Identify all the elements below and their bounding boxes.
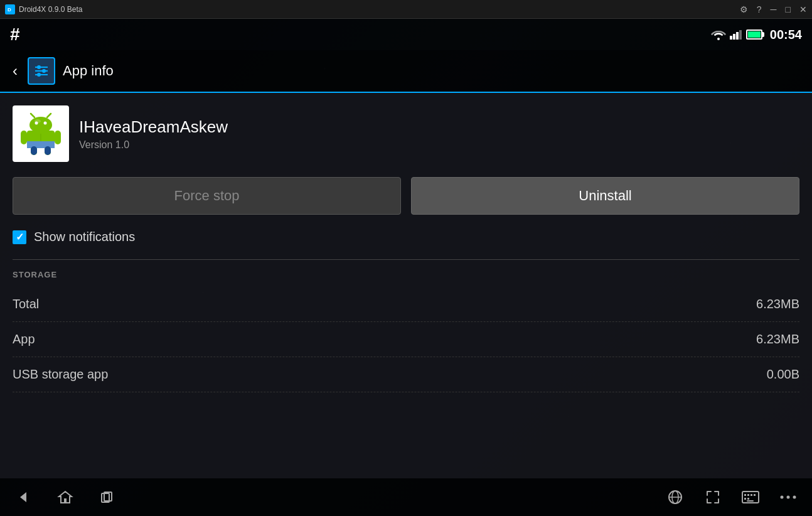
- action-buttons-row: Force stop Uninstall: [13, 177, 799, 215]
- bottom-nav-left: [13, 486, 118, 508]
- title-bar: D Droid4X 0.9.0 Beta ⚙ ? ─ □ ✕: [0, 0, 812, 19]
- battery-fill: [748, 31, 761, 38]
- nav-home-icon: [56, 488, 74, 506]
- svg-rect-40: [747, 500, 754, 502]
- main-content: IHaveaDreamAskew Version 1.0 Force stop …: [0, 93, 812, 478]
- svg-text:D: D: [8, 7, 11, 13]
- storage-value-app: 6.23MB: [756, 332, 799, 347]
- nav-recents-button[interactable]: [95, 486, 118, 508]
- svg-point-42: [787, 496, 790, 499]
- status-bar: # 00:5: [0, 19, 812, 50]
- app-info-header: IHaveaDreamAskew Version 1.0: [13, 105, 799, 162]
- svg-rect-36: [751, 494, 752, 496]
- nav-more-button[interactable]: [777, 486, 799, 508]
- force-stop-button[interactable]: Force stop: [13, 177, 401, 215]
- status-hash: #: [10, 24, 20, 45]
- earth-icon: [667, 489, 683, 505]
- svg-point-14: [29, 117, 52, 133]
- svg-rect-37: [754, 494, 756, 496]
- nav-keyboard-button[interactable]: [739, 486, 762, 508]
- storage-label-total: Total: [13, 297, 39, 311]
- svg-point-9: [42, 69, 46, 73]
- app-logo: [13, 105, 69, 162]
- svg-rect-2: [730, 36, 732, 40]
- more-icon: [779, 494, 797, 500]
- svg-point-24: [35, 119, 41, 123]
- expand-icon: [705, 489, 721, 505]
- window-controls[interactable]: ⚙ ? ─ □ ✕: [740, 4, 807, 14]
- status-icons: [711, 29, 762, 40]
- svg-point-16: [44, 122, 47, 125]
- emulator-window: # 00:5: [0, 19, 812, 516]
- title-bar-left: D Droid4X 0.9.0 Beta: [5, 4, 82, 14]
- bottom-nav-right: [664, 486, 799, 508]
- storage-label-usb: USB storage app: [13, 367, 108, 382]
- nav-home-button[interactable]: [54, 486, 77, 508]
- storage-row-total: Total 6.23MB: [13, 287, 799, 322]
- app-title: Droid4X 0.9.0 Beta: [19, 5, 82, 14]
- svg-point-41: [781, 496, 784, 499]
- app-name: IHaveaDreamAskew: [79, 117, 228, 137]
- uninstall-button[interactable]: Uninstall: [411, 177, 799, 215]
- storage-label-app: App: [13, 332, 35, 347]
- svg-rect-35: [747, 494, 749, 496]
- storage-value-usb: 0.00B: [767, 367, 799, 382]
- storage-title: STORAGE: [13, 270, 799, 279]
- app-version: Version 1.0: [79, 139, 228, 151]
- back-button[interactable]: ‹: [10, 60, 20, 82]
- notifications-label: Show notifications: [34, 230, 135, 244]
- svg-rect-27: [45, 146, 51, 155]
- svg-point-7: [37, 65, 41, 69]
- notifications-checkbox[interactable]: ✓: [13, 230, 26, 244]
- close-icon[interactable]: ✕: [799, 4, 807, 14]
- app-details: IHaveaDreamAskew Version 1.0: [79, 117, 228, 151]
- maximize-icon[interactable]: □: [786, 4, 791, 14]
- settings-sliders-icon: [33, 62, 50, 80]
- minimize-icon[interactable]: ─: [771, 4, 777, 14]
- app-logo-small: D: [5, 4, 15, 14]
- storage-section: STORAGE Total 6.23MB App 6.23MB USB stor…: [13, 259, 799, 392]
- help-icon[interactable]: ?: [757, 4, 762, 14]
- notifications-row[interactable]: ✓ Show notifications: [13, 230, 799, 244]
- svg-rect-19: [21, 131, 27, 144]
- svg-rect-5: [739, 30, 742, 40]
- signal-icon: [730, 30, 742, 40]
- storage-row-app: App 6.23MB: [13, 322, 799, 357]
- status-right: 00:54: [711, 28, 802, 42]
- svg-rect-26: [31, 146, 37, 155]
- nav-recents-icon: [98, 488, 115, 506]
- svg-rect-4: [736, 32, 739, 40]
- settings-icon[interactable]: ⚙: [740, 4, 748, 14]
- check-mark: ✓: [16, 231, 24, 243]
- app-bar-icon: [28, 57, 55, 85]
- svg-rect-20: [55, 131, 61, 144]
- time-display: 00:54: [770, 28, 802, 42]
- nav-back-icon: [15, 488, 33, 506]
- svg-rect-39: [747, 498, 749, 500]
- android-logo: [16, 109, 66, 159]
- storage-row-usb: USB storage app 0.00B: [13, 357, 799, 392]
- svg-rect-34: [744, 494, 746, 496]
- nav-earth-button[interactable]: [664, 486, 686, 508]
- wifi-icon: [711, 29, 726, 40]
- battery-icon: [746, 30, 762, 40]
- bottom-nav: [0, 478, 812, 516]
- app-bar-title: App info: [63, 63, 114, 79]
- svg-point-43: [793, 496, 796, 499]
- app-bar: ‹ App info: [0, 50, 812, 93]
- nav-back-button[interactable]: [13, 486, 35, 508]
- svg-point-11: [37, 73, 41, 77]
- svg-rect-25: [27, 141, 55, 148]
- nav-expand-button[interactable]: [702, 486, 724, 508]
- keyboard-icon: [742, 491, 759, 503]
- storage-value-total: 6.23MB: [756, 297, 799, 311]
- svg-rect-38: [744, 498, 746, 500]
- svg-rect-3: [733, 34, 735, 40]
